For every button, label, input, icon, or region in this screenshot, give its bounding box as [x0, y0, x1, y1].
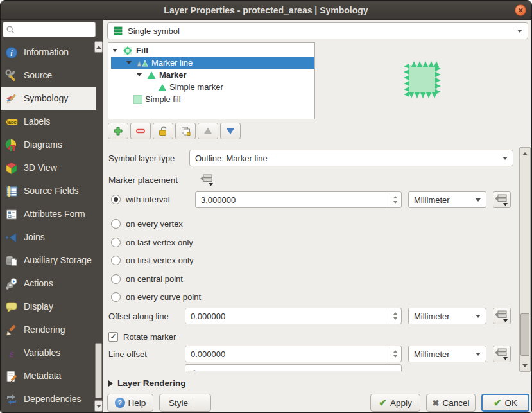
radio-icon[interactable]: [111, 195, 121, 204]
sidebar-item-diagrams[interactable]: Diagrams: [1, 134, 96, 157]
tree-row-fill[interactable]: Fill: [108, 44, 314, 57]
help-button[interactable]: ? Help: [107, 394, 153, 412]
tree-row-marker[interactable]: Marker: [108, 69, 314, 81]
sidebar-item-label: Source Fields: [24, 186, 79, 196]
tree-row-simple-fill[interactable]: Simple fill: [108, 93, 314, 105]
options-scrollbar[interactable]: [519, 147, 531, 372]
auxiliary-storage-icon: [5, 254, 18, 267]
expander-icon[interactable]: [124, 61, 133, 64]
sidebar-nav: i Information Source Symbology abc Label…: [1, 41, 96, 411]
radio-on-last-vertex-only[interactable]: on last vertex only: [111, 234, 193, 250]
search-input[interactable]: [17, 25, 88, 34]
close-icon[interactable]: ✕: [515, 4, 526, 16]
sidebar-item-display[interactable]: Display: [1, 295, 96, 319]
radio-icon[interactable]: [111, 274, 121, 284]
scroll-up-icon[interactable]: [94, 41, 103, 53]
clipped-row: ◎: [185, 364, 402, 371]
tree-row-simple-marker[interactable]: Simple marker: [108, 81, 314, 93]
symbology-icon: [5, 92, 18, 105]
interval-unit-select[interactable]: Millimeter: [408, 191, 486, 208]
line-offset-unit-select[interactable]: Millimeter: [408, 346, 486, 362]
offset-unit-select[interactable]: Millimeter: [408, 308, 486, 324]
scroll-down-icon[interactable]: [94, 400, 103, 412]
sidebar-item-label: Rendering: [24, 325, 65, 335]
scroll-up-icon[interactable]: [520, 148, 530, 159]
radio-with-interval[interactable]: with interval: [111, 191, 170, 207]
spinner-arrows[interactable]: [390, 193, 400, 206]
radio-label: with interval: [126, 195, 170, 204]
sidebar-item-label: Variables: [24, 348, 60, 358]
sidebar-item-attributes-form[interactable]: Attributes Form: [1, 203, 96, 226]
checkbox-icon[interactable]: ✓: [108, 332, 118, 342]
radio-icon[interactable]: [111, 238, 121, 247]
attributes-form-icon: [5, 208, 18, 221]
sidebar-item-symbology[interactable]: Symbology: [1, 87, 96, 110]
expander-icon[interactable]: [110, 49, 119, 52]
data-defined-override-button[interactable]: [198, 171, 216, 188]
radio-on-every-vertex[interactable]: on every vertex: [111, 216, 183, 231]
remove-symbol-layer-button[interactable]: [130, 123, 151, 139]
marker-icon: [146, 71, 157, 80]
sidebar-item-variables[interactable]: ε Variables: [1, 342, 96, 365]
sidebar-search[interactable]: [3, 22, 96, 37]
lock-color-button[interactable]: [153, 123, 173, 139]
expander-icon[interactable]: [135, 73, 144, 76]
renderer-value: Single symbol: [128, 26, 180, 36]
sidebar-item-joins[interactable]: Joins: [1, 226, 96, 249]
sidebar-item-label: Diagrams: [24, 140, 62, 150]
style-button[interactable]: Style: [159, 394, 211, 412]
data-defined-override-button[interactable]: [493, 191, 511, 208]
radio-on-first-vertex-only[interactable]: on first vertex only: [111, 252, 194, 268]
symbol-layer-tree[interactable]: Fill Marker line Marker Simple marker: [108, 42, 315, 119]
add-symbol-layer-button[interactable]: [108, 123, 128, 139]
sidebar-item-label: Actions: [24, 279, 53, 288]
sidebar-item-source[interactable]: Source: [1, 64, 96, 87]
check-icon: ✔: [379, 397, 387, 409]
duplicate-symbol-layer-button[interactable]: [175, 123, 196, 139]
spinner-arrows[interactable]: [390, 310, 400, 322]
sidebar-item-3d-view[interactable]: 3D View: [1, 157, 96, 180]
sidebar-item-information[interactable]: i Information: [1, 41, 96, 64]
sidebar-item-label: Metadata: [24, 371, 61, 381]
move-up-button[interactable]: [198, 123, 218, 139]
ok-button[interactable]: ✔ OK: [481, 394, 529, 412]
offset-along-line-spinbox[interactable]: 0.000000: [185, 308, 402, 324]
line-offset-spinbox[interactable]: 0.000000: [185, 346, 402, 362]
svg-text:abc: abc: [8, 119, 17, 125]
ok-label: OK: [505, 398, 518, 408]
cancel-button[interactable]: ✖ Cancel: [426, 394, 476, 412]
sidebar-item-rendering[interactable]: Rendering: [1, 319, 96, 342]
radio-icon[interactable]: [111, 219, 121, 229]
rotate-marker-checkbox[interactable]: ✓ Rotate marker: [108, 329, 176, 344]
layer-rendering-toggle[interactable]: Layer Rendering: [108, 378, 186, 388]
renderer-select[interactable]: Single symbol: [107, 22, 528, 39]
interval-spinbox[interactable]: 3.000000: [195, 191, 402, 208]
3d-view-icon: [5, 162, 18, 175]
sidebar-item-source-fields[interactable]: Source Fields: [1, 180, 96, 203]
diagrams-icon: [5, 139, 18, 152]
sidebar-item-dependencies[interactable]: Dependencies: [1, 388, 96, 411]
titlebar[interactable]: Layer Properties - protected_areas | Sym…: [1, 1, 531, 20]
scroll-down-icon[interactable]: [520, 360, 530, 371]
radio-icon[interactable]: [111, 256, 121, 265]
apply-button[interactable]: ✔ Apply: [370, 394, 420, 412]
sidebar-item-label: Attributes Form: [24, 209, 85, 219]
radio-icon[interactable]: [111, 292, 121, 302]
sidebar-item-label: Auxiliary Storage: [24, 256, 92, 265]
scroll-thumb[interactable]: [95, 343, 102, 398]
data-defined-override-button[interactable]: [493, 308, 511, 324]
spinner-arrows[interactable]: [390, 347, 400, 360]
tree-row-marker-line[interactable]: Marker line: [111, 57, 314, 69]
data-defined-override-button[interactable]: [493, 346, 511, 362]
move-down-button[interactable]: [220, 123, 241, 139]
radio-on-central-point[interactable]: on central point: [111, 271, 183, 286]
radio-label: on last vertex only: [126, 238, 193, 247]
sidebar-item-labels[interactable]: abc Labels: [1, 110, 96, 134]
radio-on-every-curve-point[interactable]: on every curve point: [111, 289, 201, 304]
symbol-layer-type-select[interactable]: Outline: Marker line: [189, 150, 513, 166]
sidebar-item-metadata[interactable]: Metadata: [1, 365, 96, 388]
sidebar-scrollbar[interactable]: [94, 41, 103, 412]
scroll-thumb[interactable]: [520, 313, 529, 356]
sidebar-item-actions[interactable]: Actions: [1, 272, 96, 295]
sidebar-item-auxiliary-storage[interactable]: Auxiliary Storage: [1, 249, 96, 272]
